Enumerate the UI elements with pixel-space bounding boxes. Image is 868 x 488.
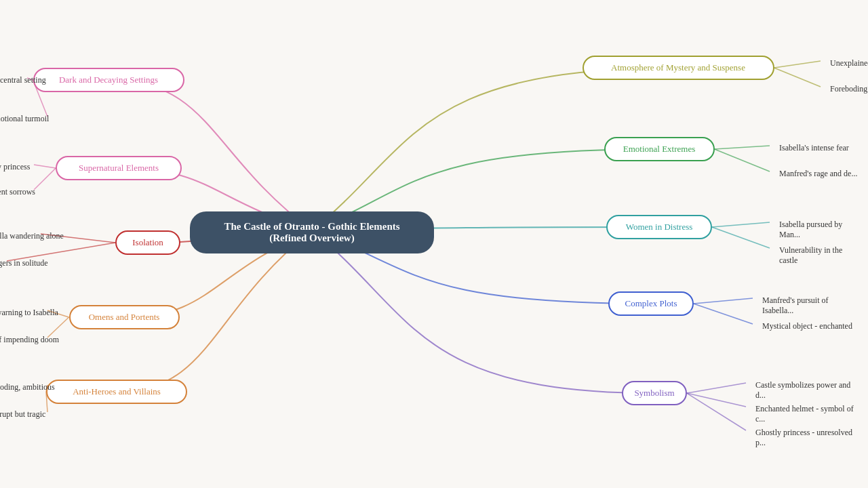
- leaf-complex: Mystical object - enchanted: [753, 317, 862, 336]
- svg-line-15: [712, 227, 770, 248]
- leaf-dark-settings: Emotional turmoil: [0, 110, 58, 128]
- branch-emotional: Emotional Extremes: [604, 137, 715, 161]
- branch-women: Women in Distress: [606, 215, 712, 239]
- svg-line-20: [687, 393, 746, 430]
- leaf-isolation: to confront dangers in solitude: [0, 254, 58, 272]
- center-node: The Castle of Otranto - Gothic Elements …: [190, 211, 434, 253]
- branch-omens: Omens and Portents: [69, 305, 180, 329]
- leaf-women: Isabella pursued by Man...: [770, 216, 868, 244]
- branch-atmosphere: Atmosphere of Mystery and Suspense: [583, 56, 774, 80]
- leaf-dark-settings: Castle as central setting: [0, 71, 56, 89]
- branch-dark-settings: Dark and Decaying Settings: [33, 68, 184, 92]
- branch-antiheroes: Anti-Heroes and Villains: [46, 380, 187, 404]
- svg-line-10: [774, 61, 821, 68]
- svg-line-11: [774, 68, 821, 87]
- leaf-antiheroes: brooding, ambitious: [0, 378, 64, 396]
- branch-isolation: Isolation: [115, 230, 180, 255]
- branch-symbolism: Symbolism: [622, 381, 687, 405]
- leaf-atmosphere: Foreboding...: [821, 80, 868, 98]
- svg-line-17: [694, 304, 753, 324]
- mindmap-container: The Castle of Otranto - Gothic Elements …: [0, 0, 868, 488]
- branch-complex: Complex Plots: [608, 291, 694, 316]
- svg-line-13: [715, 149, 770, 171]
- svg-line-14: [712, 222, 770, 227]
- leaf-emotional: Manfred's rage and de...: [770, 165, 867, 183]
- svg-line-18: [687, 383, 746, 393]
- svg-line-16: [694, 298, 753, 304]
- leaf-isolation: Isabella wandering alone: [0, 227, 73, 245]
- leaf-atmosphere: Unexplained...: [821, 54, 868, 73]
- leaf-omens: e of impending doom: [0, 331, 68, 349]
- svg-line-12: [715, 146, 770, 149]
- leaf-emotional: Isabella's intense fear: [770, 139, 859, 157]
- leaf-antiheroes: corrupt but tragic: [0, 405, 55, 424]
- branch-supernatural: Supernatural Elements: [56, 156, 182, 180]
- leaf-omens: 's warning to Isabella: [0, 304, 68, 322]
- leaf-supernatural: to ancient sorrows: [0, 183, 45, 201]
- leaf-complex: Manfred's pursuit of Isabella...: [753, 291, 868, 320]
- leaf-supernatural: Ghostly princess: [0, 158, 39, 176]
- svg-line-19: [687, 393, 746, 407]
- leaf-women: Vulnerability in the castle: [770, 241, 868, 270]
- leaf-symbolism: Ghostly princess - unresolved p...: [746, 424, 868, 452]
